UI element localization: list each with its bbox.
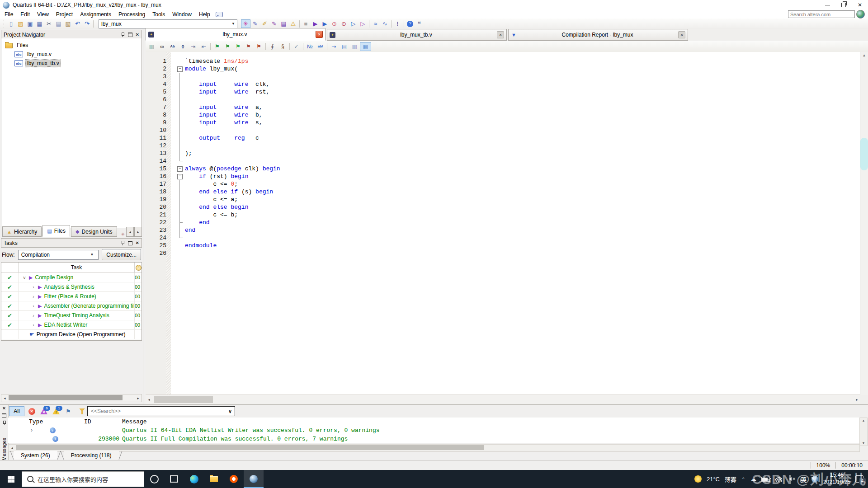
navigator-tab-hierarchy[interactable]: ▲Hierarchy [2,226,42,237]
scroll-left-icon[interactable]: ◂ [146,395,152,404]
expand-icon[interactable]: › [31,285,36,290]
notification-center-button[interactable]: 4 [855,475,863,483]
tab-scroll-right-button[interactable]: ▸ [134,227,142,237]
code-line[interactable]: 19 c <= a; [146,196,860,203]
messages-tab-system-26-[interactable]: System (26) [14,451,57,460]
tree-root-files[interactable]: Files [1,41,142,50]
cortana-button[interactable] [144,470,164,488]
expand-icon[interactable]: › [30,426,33,435]
close-icon[interactable]: ✕ [136,241,139,245]
quartus-taskbar-button[interactable] [244,470,264,488]
task-row[interactable]: ✔›▶Fitter (Place & Route)00 [1,292,142,301]
menu-view[interactable]: View [33,11,52,18]
weather-description[interactable]: 薄雾 [725,475,736,483]
scrollbar-thumb[interactable] [860,138,868,170]
code-line[interactable]: 17 c <= 0; [146,180,860,188]
message-row[interactable]: ›iQuartus II 64-Bit EDA Netlist Writer w… [8,426,860,435]
redo-icon[interactable]: ↷ [82,19,92,28]
expand-icon[interactable]: › [31,304,36,309]
edge-button[interactable] [184,470,204,488]
code-line[interactable]: 25endmodule [146,242,860,249]
open-file-icon[interactable]: ▨ [16,19,25,28]
task-row-program-device[interactable]: ☛ Program Device (Open Programmer) [1,330,142,339]
float-icon[interactable] [2,413,6,418]
new-file-icon[interactable]: ▯ [6,19,16,28]
browser-app-button[interactable] [224,470,244,488]
rapid-recompile-icon[interactable]: ▶ [320,19,330,28]
code-line[interactable]: 23end [146,226,860,234]
expand-icon[interactable]: › [31,294,36,299]
fold-collapse-icon[interactable]: − [177,174,183,179]
code-line[interactable]: 5 input wire rst, [146,88,860,96]
start-compilation-icon[interactable]: ▶ [311,19,320,28]
code-line[interactable]: 14 [146,157,860,165]
editor-horizontal-scrollbar[interactable]: ◂ ▸ [146,394,860,404]
scrollbar-thumb[interactable] [154,396,213,403]
feedback-bubble-icon[interactable] [216,12,223,17]
task-row[interactable]: ✔›▶EDA Netlist Writer00 [1,320,142,330]
save-all-icon[interactable]: ▦ [35,19,44,28]
timing-analysis-icon[interactable]: ⊙ [339,19,349,28]
copy-icon[interactable]: ▤ [54,19,63,28]
run-eda-icon[interactable]: ▷ [349,19,358,28]
messages-vertical-scrollbar[interactable]: ▲▼ [859,418,868,446]
close-button[interactable]: ✕ [852,0,868,10]
tab-scroll-left-button[interactable]: ◂ [126,227,134,237]
warnings-filter-button[interactable]: ! 1 [51,407,61,416]
code-line[interactable]: 22 end [146,219,860,226]
stop-icon[interactable]: ■ [301,19,311,28]
errors-filter-button[interactable]: ✕ [27,407,37,416]
quartus-tray-icon[interactable] [811,476,818,483]
pin-icon[interactable] [2,421,6,425]
taskbar-search-input[interactable]: 在这里输入你要搜索的内容 [22,471,144,487]
code-line[interactable]: 11 output reg c [146,134,860,142]
open-in-new-window-icon[interactable]: ▥ [146,42,157,51]
expand-icon[interactable]: › [31,313,36,318]
code-line[interactable]: 6 [146,96,860,103]
attach-icon[interactable]: ∮ [267,42,278,51]
float-icon[interactable] [128,241,132,245]
close-icon[interactable]: ✕ [2,406,6,411]
navigator-tab-design-units[interactable]: ◆Design Units [71,226,117,237]
file-explorer-button[interactable] [204,470,224,488]
menu-file[interactable]: File [1,11,17,18]
code-line[interactable]: 7 input wire a, [146,103,860,111]
code-line[interactable]: 4 input wire clk, [146,80,860,88]
fold-marker[interactable]: − [175,65,185,73]
tab-close-icon[interactable]: ✕ [678,31,685,38]
scroll-right-icon[interactable]: ▸ [854,395,860,404]
insert-template-icon[interactable]: § [278,42,288,51]
filter-all-button[interactable]: All [9,406,24,416]
scroll-left-icon[interactable]: ◂ [9,445,15,451]
code-line[interactable]: 21 c <= b; [146,211,860,219]
code-editor[interactable]: 1`timescale 1ns/1ps2−module lby_mux(34 i… [146,52,860,395]
code-line[interactable]: 8 input wire b, [146,111,860,119]
battery-icon[interactable] [761,477,770,482]
task-view-button[interactable] [164,470,184,488]
navigator-tab-files[interactable]: ▤Files [42,225,70,237]
editor-tab-lby-mux-v[interactable]: ✦lby_mux.v✕ [146,28,326,41]
close-icon[interactable]: ✕ [136,33,139,37]
netlist-viewer-icon[interactable]: ✎ [269,19,279,28]
customize-button[interactable]: Customize... [102,249,141,260]
message-row[interactable]: i293000Quartus II Full Compilation was s… [8,435,860,443]
programmer-icon[interactable]: ▷ [358,19,368,28]
power-analyzer-icon[interactable]: ∿ [380,19,390,28]
clock-widget[interactable]: 15:46 2021/10/25 [823,472,850,486]
menu-help[interactable]: Help [195,11,214,18]
prev-bookmark-icon[interactable]: ⚑ [233,42,243,51]
task-row[interactable]: ✔∨▶Compile Design00 [1,273,142,282]
message-search-combo[interactable]: <<Search>> ∨ [87,406,235,416]
design-partition-icon[interactable]: ▤ [279,19,288,28]
fold-collapse-icon[interactable]: − [177,166,183,172]
task-row[interactable]: ✔›▶Analysis & Synthesis00 [1,282,142,292]
pin-planner-icon[interactable]: ✎ [250,19,260,28]
pane-view-icon[interactable]: ▤ [339,42,349,51]
volume-muted-icon[interactable]: ✕ [787,477,796,481]
project-selector[interactable]: lby_mux ▼ [99,19,237,28]
code-line[interactable]: 10 [146,127,860,134]
code-line[interactable]: 26 [146,249,860,257]
editor-vertical-scrollbar[interactable]: ▲ [860,52,868,395]
comment-icon[interactable]: ab/ [315,42,326,51]
left-horizontal-scrollbar[interactable]: ◂ ▸ [1,394,142,402]
